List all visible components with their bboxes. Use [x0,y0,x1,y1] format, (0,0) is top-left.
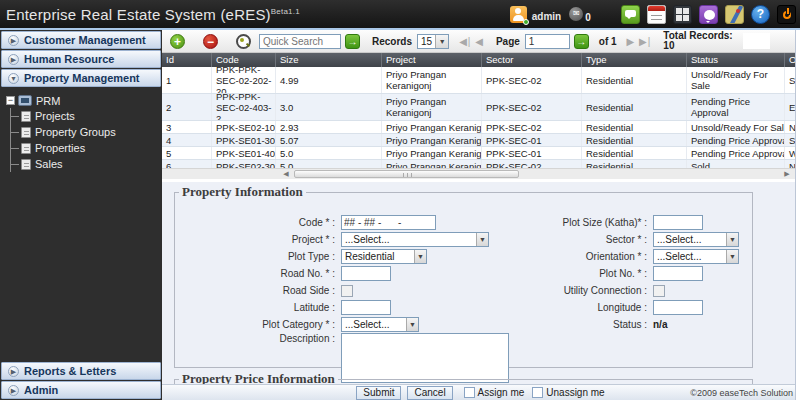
tree-node-prm[interactable]: − PRM [6,93,158,108]
road-no-input[interactable] [341,266,391,281]
table-row[interactable]: 4PPK-SE01-3075.07Priyo Prangan Keranigon… [162,134,795,147]
table-row[interactable]: 6PPK-SE02-3025.0Priyo Prangan Keranigonj… [162,160,795,168]
cell-sector: PPK-SEC-02 [482,94,582,120]
mail-icon[interactable]: ✉ [569,7,583,21]
road-side-field: Road Side : [179,282,509,299]
help-icon[interactable]: ? [751,5,770,24]
column-header-size[interactable]: Size [276,53,382,67]
longitude-input[interactable] [653,300,703,315]
cell-project: Priyo Prangan Keranigonj [382,67,482,93]
column-header-id[interactable]: Id [162,53,212,67]
sidebar-item-customer-management[interactable]: ▶ Customer Management [1,31,161,49]
column-header-project[interactable]: Project [382,53,482,67]
tree-item-sales[interactable]: Sales [11,156,158,172]
next-last-page-buttons[interactable]: ▶ ▶| [627,36,652,47]
table-row[interactable]: 2PPK-PPK-SEC-02-403-23.0Priyo Prangan Ke… [162,94,795,121]
cell-status: Pending Price Approval [687,147,785,159]
cell-type: Residential [582,134,687,146]
records-per-page-select[interactable]: 15 ▼ [417,34,449,49]
code-field: Code * : [179,214,509,231]
longitude-field: Longitude : [481,299,781,316]
table-row[interactable]: 1PPK-PPK-SEC-02-202-204.99Priyo Prangan … [162,67,795,94]
page-go-button[interactable]: → [574,34,589,49]
page-label: Page [496,36,520,47]
latitude-field: Latitude : [179,299,509,316]
submit-button[interactable]: Submit [356,386,401,400]
horizontal-scrollbar[interactable]: ◀ ▶ [162,168,795,179]
project-select[interactable]: ...Select...▼ [341,232,489,247]
cell-code: PPK-SE01-307 [212,134,276,146]
chevron-down-icon: ▼ [435,35,448,48]
orientation-select[interactable]: ...Select...▼ [653,249,739,264]
column-header-orientation[interactable]: Orientation [785,53,795,67]
code-input[interactable] [341,215,436,230]
cell-type: Residential [582,147,687,159]
navigation-tree: − PRM ProjectsProperty GroupsPropertiesS… [0,87,162,361]
document-icon [21,143,31,154]
tree-item-properties[interactable]: Properties [11,140,158,156]
unassign-me-label: Unassign me [546,387,604,398]
first-prev-page-buttons[interactable]: ◀| ◀ [459,36,484,47]
table-row[interactable]: 3PPK-SE02-1032.93Priyo Prangan Keranigon… [162,121,795,134]
cell-sector: PPK-SEC-01 [482,134,582,146]
cell-status: Pending Price Approval [687,94,785,120]
scroll-left-icon[interactable]: ◀ [280,169,292,179]
sidebar-item-reports-letters[interactable]: ▶ Reports & Letters [1,362,161,380]
tree-item-label: Projects [35,110,75,122]
tree-item-projects[interactable]: Projects [11,108,158,124]
utility-connection-checkbox[interactable] [653,285,665,297]
cancel-button[interactable]: Cancel [407,386,452,400]
plot-size-katha-input[interactable] [653,215,703,230]
cell-code: PPK-PPK-SEC-02-202-20 [212,67,276,93]
scroll-right-icon[interactable]: ▶ [781,169,793,179]
cell-status: Pending Price Approval [687,134,785,146]
tree-item-label: Property Groups [35,126,116,138]
column-header-status[interactable]: Status [687,53,785,67]
plot-type-select[interactable]: Residential▼ [341,249,427,264]
cell-orientation: West [785,147,795,159]
unassign-me-checkbox[interactable] [532,387,543,398]
form-column-right: Plot Size (Katha)* :Sector * :...Select.… [481,214,781,333]
cell-id: 5 [162,147,212,159]
map-icon[interactable] [725,5,744,24]
remove-record-button[interactable]: − [203,34,218,49]
document-icon [21,127,31,138]
tree-item-property-groups[interactable]: Property Groups [11,124,158,140]
column-header-sector[interactable]: Sector [482,53,582,67]
page-number-input[interactable] [525,34,570,49]
add-record-button[interactable]: + [170,34,185,49]
sector-select[interactable]: ...Select...▼ [653,232,739,247]
main-content: + − → Records 15 ▼ ◀| ◀ Page → of 1 ▶ ▶|… [162,30,796,400]
road-side-checkbox[interactable] [341,285,353,297]
im-chat-icon[interactable] [699,5,718,24]
records-per-page-value: 15 [418,35,435,48]
orientation-label: Orientation * : [481,251,653,262]
grid-icon[interactable] [673,5,692,24]
collapse-icon[interactable]: − [6,96,15,105]
column-header-type[interactable]: Type [582,53,687,67]
plot-no-input[interactable] [653,266,703,281]
table-row[interactable]: 5PPK-SE01-4015.0Priyo Prangan Keranigonj… [162,147,795,160]
total-records: Total Records: 10 [663,31,732,51]
column-header-code[interactable]: Code [212,53,276,67]
power-icon[interactable] [777,5,796,24]
sidebar-item-human-resource[interactable]: ▶ Human Resource [1,50,161,68]
tree-connector [11,116,19,117]
quick-search-input[interactable] [259,34,341,49]
avatar-icon[interactable] [510,6,527,23]
plot-category-select[interactable]: ...Select...▼ [341,317,419,332]
scrollbar-thumb[interactable] [294,170,519,178]
cell-id: 1 [162,67,212,93]
project-label: Project * : [179,234,341,245]
property-information-section: Property Information Code * :Project * :… [174,184,753,368]
search-go-button[interactable]: → [345,34,360,49]
latitude-input[interactable] [341,300,391,315]
sidebar-item-admin[interactable]: ▶ Admin [1,381,161,399]
sms-icon[interactable] [621,5,640,24]
calendar-icon[interactable] [647,5,666,24]
tree-item-label: Properties [35,142,85,154]
cell-size: 4.99 [276,67,382,93]
sidebar-item-property-management[interactable]: ▼ Property Management [1,69,161,87]
search-icon[interactable] [236,34,251,49]
assign-me-checkbox[interactable] [464,387,475,398]
